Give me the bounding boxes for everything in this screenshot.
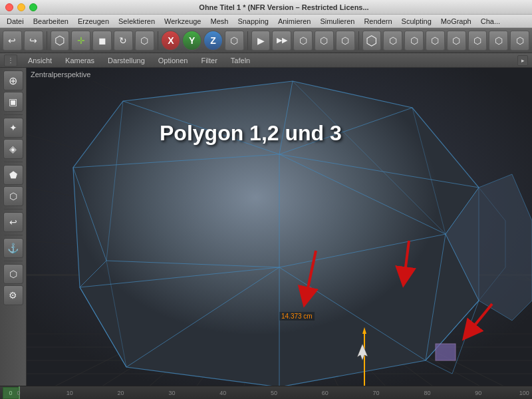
render4-btn[interactable]: ⬡ (510, 31, 529, 51)
viewport-label: Zentralperspektive (31, 70, 91, 78)
title-bar: Ohne Titel 1 * (NFR Version – Restricted… (0, 0, 532, 15)
lt-sep-5 (4, 261, 23, 261)
timeline-mark-30: 30 (168, 390, 175, 396)
timeline-mark-50: 50 (271, 390, 277, 396)
viewport-menu-btn[interactable]: ⋮ (4, 55, 17, 66)
minimize-button[interactable] (17, 3, 25, 11)
render-btn[interactable]: ⬡ (447, 31, 466, 51)
lt-bevel[interactable]: ⬡ (3, 186, 23, 206)
menu-selektieren[interactable]: Selektieren (114, 16, 159, 27)
menu-char[interactable]: Cha... (477, 16, 504, 27)
key3-btn[interactable]: ⬡ (336, 31, 355, 51)
menu-sculpting[interactable]: Sculpting (398, 16, 436, 27)
lt-magnet[interactable]: ⚓ (3, 238, 23, 258)
transform-tool[interactable]: ⬡ (135, 31, 154, 51)
menu-erzeugen[interactable]: Erzeugen (74, 16, 113, 27)
key-btn[interactable]: ⬡ (293, 31, 313, 51)
menu-rendern[interactable]: Rendern (360, 16, 396, 27)
rotate-tool[interactable]: ↻ (114, 31, 133, 51)
timeline: 0 0 10 20 30 40 50 60 70 80 90 100 (0, 386, 532, 399)
z-axis-btn[interactable]: Z (203, 31, 223, 51)
maximize-button[interactable] (29, 3, 37, 11)
render3-btn[interactable]: ⬡ (489, 31, 508, 51)
measurement-label: 14.373 cm (279, 312, 315, 321)
vp-darstellung[interactable]: Darstellung (102, 56, 150, 65)
toolbar-sep-4 (358, 31, 359, 50)
render2-btn[interactable]: ⬡ (468, 31, 487, 51)
viewport-bar: ⋮ Ansicht Kameras Darstellung Optionen F… (0, 53, 532, 68)
timeline-mark-70: 70 (373, 390, 380, 396)
x-axis-btn[interactable]: X (161, 31, 180, 51)
lt-sep-4 (4, 235, 23, 235)
cube-btn[interactable]: ⬡ (362, 31, 382, 51)
vp-optionen[interactable]: Optionen (153, 56, 194, 65)
vp-tafeln[interactable]: Tafeln (225, 56, 255, 65)
lt-sep-3 (4, 209, 23, 209)
menu-simulieren[interactable]: Simulieren (316, 16, 358, 27)
scene-canvas: Y (27, 68, 532, 386)
lt-move[interactable]: ▣ (3, 92, 23, 112)
left-toolbar: ⊕ ▣ ✦ ◈ ⬟ ⬡ ↩ ⚓ ⬡ ⚙ (0, 68, 27, 386)
undo-button[interactable]: ↩ (3, 31, 22, 51)
menu-mograph[interactable]: MoGraph (437, 16, 475, 27)
anim-btn[interactable]: ▶▶ (272, 31, 291, 51)
select-tool[interactable]: ⬡ (51, 31, 70, 51)
timeline-track[interactable]: 0 10 20 30 40 50 60 70 80 90 100 (19, 386, 529, 399)
timeline-mark-0: 0 (17, 390, 20, 396)
toolbar-sep-2 (158, 31, 158, 50)
svg-rect-56 (436, 344, 456, 360)
timeline-mark-20: 20 (118, 390, 124, 396)
vp-kameras[interactable]: Kameras (60, 56, 100, 65)
lt-extrude[interactable]: ⬟ (3, 165, 23, 185)
lt-knife[interactable]: ↩ (3, 212, 23, 232)
timeline-mark-60: 60 (322, 390, 329, 396)
toolbar: ↩ ↪ ⬡ ✛ ◼ ↻ ⬡ X Y Z ⬡ ▶ ▶▶ ⬡ ⬡ ⬡ ⬡ ⬡ ⬡ ⬡… (0, 28, 532, 53)
light-btn[interactable]: ⬡ (383, 31, 402, 51)
menu-mesh[interactable]: Mesh (206, 16, 232, 27)
menu-werkzeuge[interactable]: Werkzeuge (160, 16, 205, 27)
timeline-mark-10: 10 (66, 390, 73, 396)
cam-btn[interactable]: ⬡ (404, 31, 424, 51)
menu-animieren[interactable]: Animieren (274, 16, 315, 27)
lt-settings[interactable]: ⚙ (3, 285, 23, 305)
window-title: Ohne Titel 1 * (NFR Version – Restricted… (41, 3, 527, 11)
close-button[interactable] (5, 3, 13, 11)
menu-datei[interactable]: Datei (3, 16, 28, 27)
viewport[interactable]: Y Zentralperspektive Polygon 1,2 und 3 (27, 68, 532, 386)
play-btn[interactable]: ▶ (251, 31, 271, 51)
lt-scale[interactable]: ◈ (3, 139, 23, 159)
vp-filter[interactable]: Filter (196, 56, 222, 65)
timeline-mark-100: 100 (519, 390, 529, 396)
menu-bearbeiten[interactable]: Bearbeiten (29, 16, 72, 27)
y-axis-btn[interactable]: Y (182, 31, 201, 51)
vp-ansicht[interactable]: Ansicht (23, 56, 57, 65)
lt-rotate[interactable]: ✦ (3, 118, 23, 138)
lt-sep-1 (4, 114, 23, 115)
scale-tool[interactable]: ◼ (92, 31, 112, 51)
timeline-mark-80: 80 (424, 390, 430, 396)
lt-sep-2 (4, 162, 23, 162)
vp-expand-btn[interactable]: ▸ (517, 55, 528, 66)
menu-bar: Datei Bearbeiten Erzeugen Selektieren We… (0, 15, 532, 28)
move-tool[interactable]: ✛ (71, 31, 90, 51)
menu-snapping[interactable]: Snapping (233, 16, 273, 27)
lt-select[interactable]: ⊕ (3, 70, 23, 90)
key2-btn[interactable]: ⬡ (315, 31, 334, 51)
redo-button[interactable]: ↪ (24, 31, 43, 51)
mat-btn[interactable]: ⬡ (426, 31, 445, 51)
toolbar-sep-1 (47, 31, 47, 50)
timeline-mark-90: 90 (475, 390, 481, 396)
lt-snap[interactable]: ⬡ (3, 264, 23, 284)
timeline-frame-start[interactable]: 0 (3, 387, 19, 399)
annotation-text: Polygon 1,2 und 3 (160, 121, 342, 146)
world-btn[interactable]: ⬡ (225, 31, 244, 51)
main-area: ⊕ ▣ ✦ ◈ ⬟ ⬡ ↩ ⚓ ⬡ ⚙ (0, 68, 532, 386)
timeline-mark-40: 40 (219, 390, 226, 396)
toolbar-sep-3 (247, 31, 248, 50)
